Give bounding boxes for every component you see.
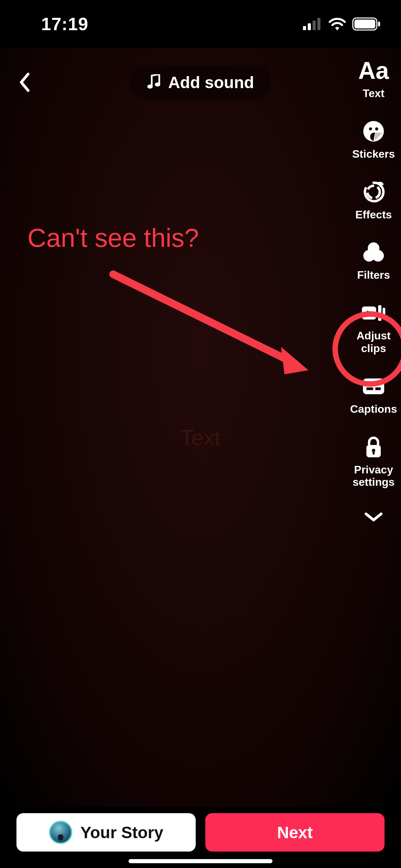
tool-adjust-clips[interactable]: Adjust clips: [346, 301, 401, 355]
preview-ghost-text: Text: [180, 425, 220, 450]
svg-point-16: [372, 250, 384, 262]
adjust-clips-icon: [361, 301, 386, 325]
tool-stickers[interactable]: Stickers: [346, 119, 401, 160]
svg-rect-3: [317, 18, 320, 30]
battery-icon: [352, 17, 380, 31]
svg-rect-0: [303, 26, 306, 30]
next-button[interactable]: Next: [205, 813, 385, 852]
tool-text[interactable]: Aa Text: [346, 58, 401, 100]
tool-privacy-settings[interactable]: Privacy settings: [346, 435, 401, 489]
svg-line-27: [113, 274, 295, 363]
svg-rect-22: [366, 387, 373, 390]
svg-rect-23: [375, 387, 381, 390]
editor-side-toolbar: Aa Text Stickers: [346, 58, 401, 524]
music-note-icon: [147, 74, 161, 91]
tool-adjust-clips-label: Adjust clips: [346, 329, 401, 355]
text-icon: Aa: [361, 58, 386, 83]
svg-rect-26: [373, 451, 375, 455]
tool-captions-label: Captions: [350, 403, 397, 415]
svg-rect-21: [363, 378, 384, 394]
status-icons: [303, 17, 380, 31]
add-sound-button[interactable]: Add sound: [131, 65, 271, 99]
cellular-signal-icon: [303, 18, 322, 30]
svg-rect-2: [313, 21, 316, 30]
your-story-button[interactable]: Your Story: [16, 813, 196, 852]
svg-rect-6: [378, 22, 380, 26]
svg-rect-20: [383, 308, 386, 318]
effects-icon: [361, 180, 386, 204]
svg-rect-1: [308, 23, 311, 30]
expand-tools-button[interactable]: [364, 511, 383, 524]
svg-point-8: [155, 82, 160, 86]
avatar: [49, 821, 72, 844]
stickers-icon: [361, 119, 386, 144]
add-sound-label: Add sound: [168, 73, 254, 92]
your-story-label: Your Story: [81, 823, 163, 842]
svg-point-7: [147, 84, 153, 88]
status-bar: 17:19: [0, 0, 401, 48]
editor-top-bar: Add sound: [0, 62, 401, 103]
svg-point-10: [369, 127, 372, 130]
svg-marker-28: [281, 347, 308, 374]
svg-point-11: [375, 127, 378, 130]
tool-privacy-label: Privacy settings: [353, 463, 395, 489]
lock-icon: [361, 435, 386, 459]
tool-effects[interactable]: Effects: [346, 180, 401, 221]
tool-captions[interactable]: Captions: [346, 374, 401, 415]
tool-filters[interactable]: Filters: [346, 240, 401, 281]
svg-point-12: [367, 186, 380, 198]
wifi-icon: [328, 17, 346, 31]
video-preview[interactable]: Add sound Aa Text Stickers: [0, 48, 401, 807]
home-indicator[interactable]: [129, 859, 272, 863]
annotation-arrow: [103, 261, 322, 405]
status-time: 17:19: [41, 14, 88, 34]
tool-stickers-label: Stickers: [352, 148, 395, 160]
svg-rect-19: [378, 305, 381, 321]
chevron-down-icon: [364, 511, 383, 523]
back-button[interactable]: [14, 72, 35, 93]
next-label: Next: [277, 823, 313, 842]
filters-icon: [361, 240, 386, 265]
annotation-text: Can't see this?: [27, 223, 199, 253]
tool-filters-label: Filters: [357, 269, 390, 281]
tool-text-label: Text: [363, 87, 384, 100]
captions-icon: [361, 374, 386, 399]
svg-rect-5: [354, 20, 375, 28]
tool-effects-label: Effects: [355, 208, 392, 221]
